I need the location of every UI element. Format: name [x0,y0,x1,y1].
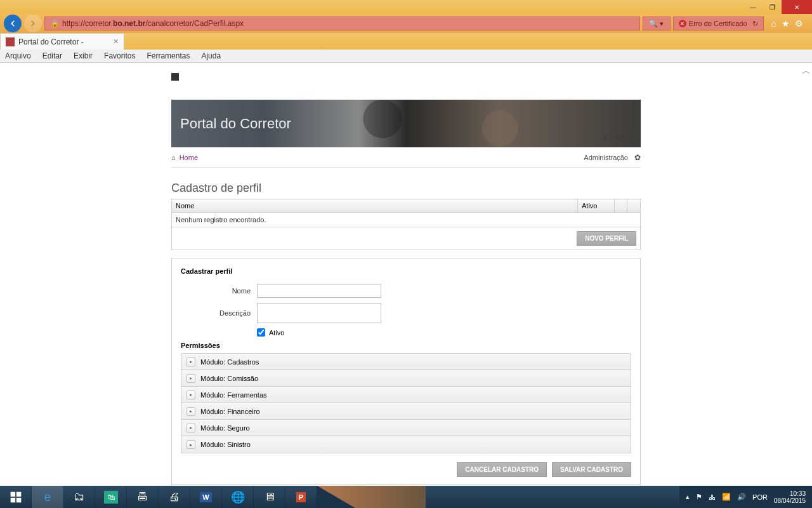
chevron-right-icon: ▸ [187,440,195,449]
gear-icon[interactable]: ✿ [634,153,641,162]
menu-bar: Arquivo Editar Exibir Favoritos Ferramen… [0,50,812,63]
form-title: Cadastrar perfil [181,267,631,275]
forward-button[interactable] [24,15,42,32]
tray-flag-icon[interactable]: ⚑ [696,493,702,501]
menu-ferramentas[interactable]: Ferramentas [147,51,190,60]
broken-image-icon [171,73,179,81]
url-text-host: bo.net.br [113,19,145,28]
tray-up-icon[interactable]: ▴ [686,493,690,501]
menu-arquivo[interactable]: Arquivo [5,51,31,60]
new-profile-button[interactable]: NOVO PERFIL [577,231,636,246]
lock-icon: 🔒 [50,19,60,28]
version-label: v. 1.0.39.B [603,134,633,141]
clock-time: 10:33 [774,490,806,497]
tray-network-icon[interactable]: 🖧 [709,493,716,501]
tab-title: Portal do Corretor - [18,37,84,46]
svg-rect-3 [16,497,21,502]
banner-title: Portal do Corretor [180,116,291,132]
page-banner: Portal do Corretor v. 1.0.39.B [171,100,641,147]
module-label: Módulo: Seguro [200,424,250,432]
tools-icon[interactable]: ⚙ [795,18,803,29]
clock-date: 08/04/2015 [774,497,806,504]
col-action-2 [627,199,640,212]
label-nome: Nome [181,287,257,295]
grid-empty-msg: Nenhum registro encontrado. [172,213,640,227]
home-icon[interactable]: ⌂ [771,18,776,29]
svg-rect-1 [16,491,21,497]
page-viewport: ︿ Portal do Corretor v. 1.0.39.B ⌂ Home … [0,63,812,486]
chevron-right-icon: ▸ [187,374,195,383]
close-button[interactable]: ✕ [782,0,812,14]
favicon-icon [6,37,15,46]
col-action-1 [615,199,627,212]
save-button[interactable]: SALVAR CADASTRO [552,462,631,477]
cancel-button[interactable]: CANCELAR CADASTRO [457,462,547,477]
chevron-right-icon: ▸ [187,424,195,432]
nome-input[interactable] [257,284,381,298]
module-row[interactable]: ▸Módulo: Cadastros [181,354,631,370]
menu-favoritos[interactable]: Favoritos [104,51,135,60]
taskbar-explorer[interactable]: 🗂 [63,486,95,508]
taskbar-control[interactable]: 🖥 [254,486,285,508]
modules-list: ▸Módulo: Cadastros ▸Módulo: Comissão ▸Mó… [181,353,631,453]
minimize-button[interactable]: ― [743,0,763,14]
module-label: Módulo: Sinistro [200,441,251,448]
page-title: Cadastro de perfil [171,182,641,195]
taskbar-chrome[interactable]: 🌐 [222,486,254,508]
refresh-icon[interactable]: ↻ [752,20,758,28]
label-ativo: Ativo [269,329,284,337]
col-ativo[interactable]: Ativo [578,199,615,212]
url-field[interactable]: 🔒 https://corretor.bo.net.br/canalcorret… [44,17,640,30]
label-descricao: Descrição [181,309,257,317]
back-button[interactable] [4,15,22,32]
svg-rect-2 [10,497,15,502]
module-row[interactable]: ▸Módulo: Seguro [181,420,631,436]
certificate-error[interactable]: ✕ Erro do Certificado ↻ [673,17,764,30]
taskbar-powerpoint[interactable]: P [285,486,317,508]
url-text-prefix: https://corretor. [62,19,113,28]
module-row[interactable]: ▸Módulo: Comissão [181,370,631,387]
breadcrumb-home[interactable]: Home [180,154,198,161]
descricao-textarea[interactable] [257,303,381,323]
search-box[interactable]: 🔍 ▾ [643,17,671,30]
taskbar-ie[interactable]: ｅ [32,486,63,508]
permissions-title: Permissões [181,342,631,349]
module-row[interactable]: ▸Módulo: Ferramentas [181,387,631,403]
module-label: Módulo: Comissão [200,375,258,382]
taskbar-word[interactable]: W [190,486,222,508]
tab-close-icon[interactable]: ✕ [113,37,119,46]
home-icon: ⌂ [171,154,176,161]
grid-header: Nome Ativo [172,199,640,213]
module-label: Módulo: Financeiro [200,408,260,415]
chevron-right-icon: ▸ [187,407,195,416]
tab-bar: Portal do Corretor - ✕ [0,33,812,50]
scroll-up-icon[interactable]: ︿ [802,65,811,77]
tray-clock[interactable]: 10:33 08/04/2015 [774,490,806,504]
chevron-right-icon: ▸ [187,391,195,399]
module-row[interactable]: ▸Módulo: Sinistro [181,436,631,453]
taskbar-printer[interactable]: 🖨 [159,486,190,508]
menu-ajuda[interactable]: Ajuda [201,51,221,60]
url-text-suffix: /canalcorretor/CadPerfil.aspx [145,19,244,28]
svg-rect-0 [10,491,15,497]
start-button[interactable] [0,486,32,508]
chevron-right-icon: ▸ [187,358,195,366]
taskbar-store[interactable]: 🛍 [95,486,127,508]
tray-volume-icon[interactable]: 🔊 [737,493,746,501]
address-bar: 🔒 https://corretor.bo.net.br/canalcorret… [0,14,812,33]
taskbar-scanner[interactable]: 🖶 [127,486,159,508]
error-icon: ✕ [679,20,686,27]
breadcrumb-admin[interactable]: Administração [584,154,628,161]
module-row[interactable]: ▸Módulo: Financeiro [181,403,631,420]
maximize-button[interactable]: ❐ [763,0,782,14]
menu-editar[interactable]: Editar [43,51,62,60]
tray-language[interactable]: POR [752,493,768,501]
browser-tab[interactable]: Portal do Corretor - ✕ [0,33,124,50]
ativo-checkbox[interactable] [257,328,265,337]
col-nome[interactable]: Nome [172,199,578,212]
form-panel: Cadastrar perfil Nome Descrição Ativo Pe… [171,258,641,485]
profile-grid: Nome Ativo Nenhum registro encontrado. N… [171,199,641,250]
tray-wifi-icon[interactable]: 📶 [722,493,731,501]
menu-exibir[interactable]: Exibir [74,51,93,60]
favorites-icon[interactable]: ★ [782,18,790,29]
